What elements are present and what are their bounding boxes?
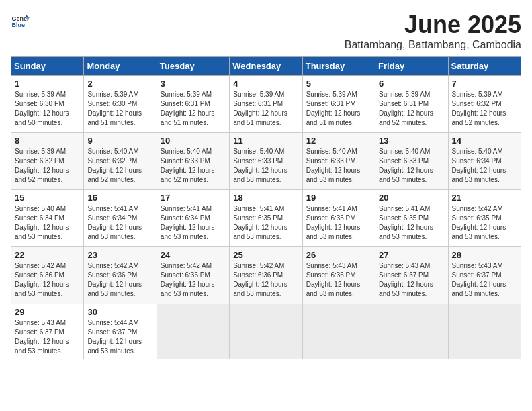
calendar-week-row: 8Sunrise: 5:39 AMSunset: 6:32 PMDaylight… xyxy=(11,133,521,190)
table-row: 2Sunrise: 5:39 AMSunset: 6:30 PMDaylight… xyxy=(84,76,157,133)
table-row: 27Sunrise: 5:43 AMSunset: 6:37 PMDayligh… xyxy=(375,247,448,304)
day-number: 27 xyxy=(379,250,444,260)
day-info: Sunrise: 5:43 AMSunset: 6:37 PMDaylight:… xyxy=(15,318,80,356)
table-row: 16Sunrise: 5:41 AMSunset: 6:34 PMDayligh… xyxy=(84,190,157,247)
table-row: 1Sunrise: 5:39 AMSunset: 6:30 PMDaylight… xyxy=(11,76,84,133)
day-info: Sunrise: 5:41 AMSunset: 6:35 PMDaylight:… xyxy=(233,204,298,242)
day-info: Sunrise: 5:40 AMSunset: 6:33 PMDaylight:… xyxy=(233,147,298,185)
calendar-week-row: 22Sunrise: 5:42 AMSunset: 6:36 PMDayligh… xyxy=(11,247,521,304)
table-row: 12Sunrise: 5:40 AMSunset: 6:33 PMDayligh… xyxy=(302,133,375,190)
day-info: Sunrise: 5:40 AMSunset: 6:34 PMDaylight:… xyxy=(15,204,80,242)
day-info: Sunrise: 5:39 AMSunset: 6:30 PMDaylight:… xyxy=(87,90,152,128)
day-info: Sunrise: 5:39 AMSunset: 6:31 PMDaylight:… xyxy=(379,90,444,128)
day-info: Sunrise: 5:39 AMSunset: 6:31 PMDaylight:… xyxy=(233,90,298,128)
day-number: 14 xyxy=(452,136,517,146)
col-sunday: Sunday xyxy=(11,57,84,76)
day-number: 13 xyxy=(379,136,444,146)
title-area: June 2025 Battambang, Battambang, Cambod… xyxy=(345,11,521,51)
table-row: 18Sunrise: 5:41 AMSunset: 6:35 PMDayligh… xyxy=(230,190,302,247)
table-row: 22Sunrise: 5:42 AMSunset: 6:36 PMDayligh… xyxy=(11,247,84,304)
day-number: 28 xyxy=(452,250,517,260)
table-row: 20Sunrise: 5:41 AMSunset: 6:35 PMDayligh… xyxy=(375,190,448,247)
day-number: 16 xyxy=(87,193,152,203)
col-monday: Monday xyxy=(84,57,157,76)
table-row: 30Sunrise: 5:44 AMSunset: 6:37 PMDayligh… xyxy=(84,304,157,359)
table-row: 15Sunrise: 5:40 AMSunset: 6:34 PMDayligh… xyxy=(11,190,84,247)
day-number: 3 xyxy=(161,79,226,89)
day-number: 10 xyxy=(161,136,226,146)
day-info: Sunrise: 5:43 AMSunset: 6:37 PMDaylight:… xyxy=(379,261,444,299)
day-number: 22 xyxy=(15,250,80,260)
day-info: Sunrise: 5:41 AMSunset: 6:34 PMDaylight:… xyxy=(161,204,226,242)
calendar-week-row: 29Sunrise: 5:43 AMSunset: 6:37 PMDayligh… xyxy=(11,304,521,359)
table-row: 10Sunrise: 5:40 AMSunset: 6:33 PMDayligh… xyxy=(157,133,229,190)
day-number: 11 xyxy=(233,136,298,146)
location-subtitle: Battambang, Battambang, Cambodia xyxy=(345,39,521,51)
day-info: Sunrise: 5:41 AMSunset: 6:35 PMDaylight:… xyxy=(379,204,444,242)
table-row: 3Sunrise: 5:39 AMSunset: 6:31 PMDaylight… xyxy=(157,76,229,133)
logo-icon: General Blue xyxy=(11,11,30,30)
table-row: 17Sunrise: 5:41 AMSunset: 6:34 PMDayligh… xyxy=(157,190,229,247)
table-row: 24Sunrise: 5:42 AMSunset: 6:36 PMDayligh… xyxy=(157,247,229,304)
svg-text:Blue: Blue xyxy=(11,21,25,28)
day-info: Sunrise: 5:40 AMSunset: 6:32 PMDaylight:… xyxy=(87,147,152,185)
day-info: Sunrise: 5:40 AMSunset: 6:33 PMDaylight:… xyxy=(379,147,444,185)
table-row: 9Sunrise: 5:40 AMSunset: 6:32 PMDaylight… xyxy=(84,133,157,190)
day-info: Sunrise: 5:42 AMSunset: 6:36 PMDaylight:… xyxy=(233,261,298,299)
col-thursday: Thursday xyxy=(302,57,375,76)
day-number: 29 xyxy=(15,307,80,317)
day-info: Sunrise: 5:39 AMSunset: 6:30 PMDaylight:… xyxy=(15,90,80,128)
table-row: 23Sunrise: 5:42 AMSunset: 6:36 PMDayligh… xyxy=(84,247,157,304)
day-info: Sunrise: 5:39 AMSunset: 6:31 PMDaylight:… xyxy=(306,90,371,128)
day-number: 30 xyxy=(87,307,152,317)
day-info: Sunrise: 5:43 AMSunset: 6:36 PMDaylight:… xyxy=(306,261,371,299)
table-row xyxy=(375,304,448,359)
table-row: 14Sunrise: 5:40 AMSunset: 6:34 PMDayligh… xyxy=(448,133,521,190)
table-row: 7Sunrise: 5:39 AMSunset: 6:32 PMDaylight… xyxy=(448,76,521,133)
day-info: Sunrise: 5:42 AMSunset: 6:36 PMDaylight:… xyxy=(87,261,152,299)
day-number: 8 xyxy=(15,136,80,146)
day-number: 7 xyxy=(452,79,517,89)
month-year-title: June 2025 xyxy=(345,11,521,39)
table-row: 8Sunrise: 5:39 AMSunset: 6:32 PMDaylight… xyxy=(11,133,84,190)
day-info: Sunrise: 5:41 AMSunset: 6:34 PMDaylight:… xyxy=(87,204,152,242)
table-row: 13Sunrise: 5:40 AMSunset: 6:33 PMDayligh… xyxy=(375,133,448,190)
header: General Blue June 2025 Battambang, Batta… xyxy=(11,11,521,51)
table-row: 21Sunrise: 5:42 AMSunset: 6:35 PMDayligh… xyxy=(448,190,521,247)
col-wednesday: Wednesday xyxy=(230,57,302,76)
col-friday: Friday xyxy=(375,57,448,76)
day-info: Sunrise: 5:42 AMSunset: 6:36 PMDaylight:… xyxy=(15,261,80,299)
table-row: 19Sunrise: 5:41 AMSunset: 6:35 PMDayligh… xyxy=(302,190,375,247)
table-row: 26Sunrise: 5:43 AMSunset: 6:36 PMDayligh… xyxy=(302,247,375,304)
day-number: 2 xyxy=(87,79,152,89)
day-number: 4 xyxy=(233,79,298,89)
calendar-table: Sunday Monday Tuesday Wednesday Thursday… xyxy=(11,56,521,359)
table-row: 6Sunrise: 5:39 AMSunset: 6:31 PMDaylight… xyxy=(375,76,448,133)
table-row xyxy=(448,304,521,359)
day-number: 18 xyxy=(233,193,298,203)
table-row xyxy=(157,304,229,359)
col-tuesday: Tuesday xyxy=(157,57,229,76)
day-info: Sunrise: 5:39 AMSunset: 6:32 PMDaylight:… xyxy=(452,90,517,128)
day-info: Sunrise: 5:42 AMSunset: 6:36 PMDaylight:… xyxy=(161,261,226,299)
day-number: 21 xyxy=(452,193,517,203)
day-info: Sunrise: 5:41 AMSunset: 6:35 PMDaylight:… xyxy=(306,204,371,242)
day-number: 6 xyxy=(379,79,444,89)
day-number: 5 xyxy=(306,79,371,89)
day-info: Sunrise: 5:43 AMSunset: 6:37 PMDaylight:… xyxy=(452,261,517,299)
table-row: 25Sunrise: 5:42 AMSunset: 6:36 PMDayligh… xyxy=(230,247,302,304)
day-number: 17 xyxy=(161,193,226,203)
table-row xyxy=(230,304,302,359)
calendar-week-row: 1Sunrise: 5:39 AMSunset: 6:30 PMDaylight… xyxy=(11,76,521,133)
day-info: Sunrise: 5:42 AMSunset: 6:35 PMDaylight:… xyxy=(452,204,517,242)
day-number: 20 xyxy=(379,193,444,203)
day-number: 26 xyxy=(306,250,371,260)
day-number: 9 xyxy=(87,136,152,146)
day-number: 24 xyxy=(161,250,226,260)
day-info: Sunrise: 5:44 AMSunset: 6:37 PMDaylight:… xyxy=(87,318,152,356)
day-info: Sunrise: 5:39 AMSunset: 6:32 PMDaylight:… xyxy=(15,147,80,185)
day-number: 19 xyxy=(306,193,371,203)
table-row: 5Sunrise: 5:39 AMSunset: 6:31 PMDaylight… xyxy=(302,76,375,133)
day-number: 1 xyxy=(15,79,80,89)
day-info: Sunrise: 5:40 AMSunset: 6:33 PMDaylight:… xyxy=(161,147,226,185)
